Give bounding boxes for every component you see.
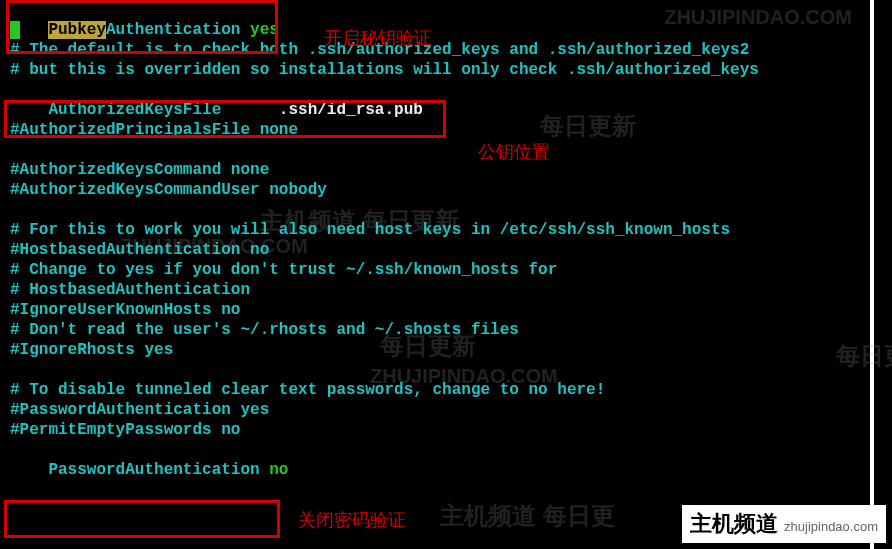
comment-rhosts: # Don't read the user's ~/.rhosts and ~/… <box>0 320 892 340</box>
comment-default-2: # but this is overridden so installation… <box>0 60 892 80</box>
redbox-pwdauth <box>4 500 280 538</box>
comment-disablepwd: # To disable tunneled clear text passwor… <box>0 380 892 400</box>
comment-hostkeys: # For this to work you will also need ho… <box>0 220 892 240</box>
comment-ignoreknown: #IgnoreUserKnownHosts no <box>0 300 892 320</box>
comment-ignorerhosts: #IgnoreRhosts yes <box>0 340 892 360</box>
annot-disable-pwd: 关闭密码验证 <box>298 508 406 532</box>
comment-principals: #AuthorizedPrincipalsFile none <box>0 120 892 140</box>
watermark-cn-4: 主机频道 每日更 <box>440 500 615 532</box>
comment-pwdauth: #PasswordAuthentication yes <box>0 400 892 420</box>
pwdauth-value: no <box>269 461 288 479</box>
annot-enable-key: 开启秘钥验证 <box>324 26 432 50</box>
terminal-screen: ZHUJIPINDAO.COM 每日更新 主机频道 每日更新 ZHUJIPIND… <box>0 0 892 549</box>
comment-changeyes: # Change to yes if you don't trust ~/.ss… <box>0 260 892 280</box>
comment-hostbased2: # HostbasedAuthentication <box>0 280 892 300</box>
config-line-pwdauth: PasswordAuthentication no <box>0 440 892 460</box>
comment-authkeyscmd: #AuthorizedKeysCommand none <box>0 160 892 180</box>
cursor-line <box>0 20 892 40</box>
annot-pubkey-loc: 公钥位置 <box>478 140 550 164</box>
authkeys-value: .ssh/id_rsa.pub <box>279 101 423 119</box>
config-line-pubkey: PubkeyAuthentication yes <box>0 0 892 20</box>
comment-emptypwd: #PermitEmptyPasswords no <box>0 420 892 440</box>
config-line-authkeys: AuthorizedKeysFile .ssh/id_rsa.pub <box>0 80 892 100</box>
comment-default-1: # The default is to check both .ssh/auth… <box>0 40 892 60</box>
pwdauth-key: PasswordAuthentication <box>48 461 259 479</box>
brand-name: 主机频道 <box>690 509 778 539</box>
authkeys-spacer <box>221 101 279 119</box>
comment-hostbasedauth: #HostbasedAuthentication no <box>0 240 892 260</box>
authkeys-key: AuthorizedKeysFile <box>48 101 221 119</box>
brand-badge: 主机频道 zhujipindao.com <box>682 505 886 543</box>
comment-authkeyscmduser: #AuthorizedKeysCommandUser nobody <box>0 180 892 200</box>
cursor <box>10 21 20 39</box>
brand-url: zhujipindao.com <box>784 519 878 534</box>
